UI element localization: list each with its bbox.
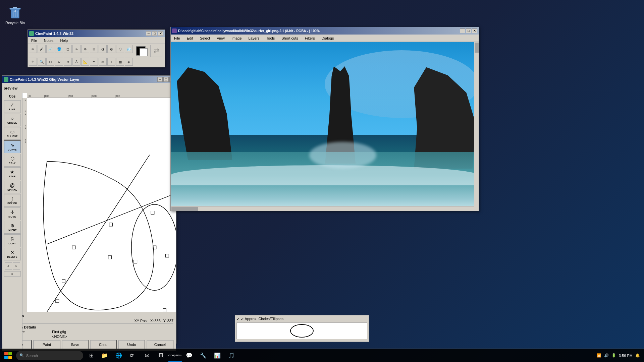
cancel-button[interactable]: Cancel: [147, 340, 173, 349]
rotate-tool[interactable]: ↻: [55, 58, 63, 66]
bucket-tool[interactable]: 🪣: [55, 45, 63, 53]
paint-button[interactable]: Paint: [33, 340, 60, 349]
image-close-btn[interactable]: ✕: [472, 28, 477, 33]
img-dialogs-menu[interactable]: Dialogs: [320, 36, 336, 41]
blend-tool[interactable]: ▦: [116, 58, 124, 66]
eyedropper-tool[interactable]: 💉: [46, 45, 54, 53]
rect-select-tool[interactable]: ▭: [99, 58, 107, 66]
op-circle[interactable]: ○ CIRCLE: [4, 114, 21, 126]
taskbar-extra-2[interactable]: 🔧: [197, 350, 210, 362]
flip-tool[interactable]: ⇔: [64, 58, 72, 66]
op-star[interactable]: ★ STAR: [4, 167, 21, 180]
taskbar-network-icon[interactable]: 📶: [597, 353, 601, 358]
maximize-button[interactable]: □: [152, 31, 157, 36]
op-impnt[interactable]: ⊕ IM PNT: [4, 221, 21, 234]
image-scrollbar-h-thumb[interactable]: [171, 207, 198, 211]
background-color-swatch[interactable]: [140, 48, 148, 56]
control-point-2[interactable]: [56, 299, 59, 303]
smudge-tool[interactable]: ∿: [72, 45, 80, 53]
img-edit-menu[interactable]: Edit: [185, 36, 195, 41]
op-ellipse[interactable]: ⬭ ELLIPSE: [4, 127, 21, 140]
measure-tool[interactable]: 📐: [81, 58, 89, 66]
recycle-bin[interactable]: ♻ Recycle Bin: [3, 3, 27, 25]
taskbar-search[interactable]: 🔍 Search: [16, 351, 83, 360]
pencil-tool[interactable]: ✏: [29, 45, 37, 53]
magnify-tool[interactable]: 🔍: [38, 58, 46, 66]
taskbar-extra-4[interactable]: 🎵: [225, 350, 238, 362]
taskbar-store[interactable]: 🛍: [126, 350, 140, 362]
op-line[interactable]: ∕ LINE: [4, 100, 21, 113]
img-select-menu[interactable]: Select: [198, 36, 212, 41]
taskbar-volume-icon[interactable]: 🔊: [604, 353, 609, 358]
taskbar-mail[interactable]: ✉: [140, 350, 154, 362]
control-point-3[interactable]: [108, 256, 112, 259]
taskbar-time[interactable]: 3:56 PM: [619, 354, 633, 358]
minimize-button[interactable]: ─: [146, 31, 151, 36]
img-tools-menu[interactable]: Tools: [264, 36, 277, 41]
heal-tool[interactable]: ⊕: [81, 45, 89, 53]
text-tool[interactable]: A: [72, 58, 80, 66]
img-file-menu[interactable]: File: [172, 36, 182, 41]
crop-tool[interactable]: ⊡: [46, 58, 54, 66]
op-curve[interactable]: ∿ CURVE: [4, 140, 21, 153]
save-button[interactable]: Save: [62, 340, 89, 349]
img-image-menu[interactable]: Image: [229, 36, 244, 41]
burn-tool[interactable]: ◐: [107, 45, 115, 53]
svg-rect-11: [8, 352, 12, 355]
image-minimize-btn[interactable]: ─: [460, 28, 465, 33]
brush-tool[interactable]: 🖌: [38, 45, 46, 53]
op-poly[interactable]: ⬡ POLY: [4, 154, 21, 167]
control-point-5[interactable]: [72, 246, 75, 249]
taskbar-extra-1[interactable]: 💬: [182, 350, 196, 362]
help-menu[interactable]: Help: [58, 38, 70, 43]
taskbar-notification-icon[interactable]: 🔔: [635, 353, 640, 358]
taskbar-extra-3[interactable]: 📊: [211, 350, 224, 362]
file-menu[interactable]: File: [29, 38, 39, 43]
image-scrollbar-thumb[interactable]: [475, 43, 479, 53]
image-scrollbar-h[interactable]: [171, 206, 474, 211]
select-fuzzy-tool[interactable]: ⬡: [116, 45, 124, 53]
img-filters-menu[interactable]: Filters: [303, 36, 317, 41]
taskbar-battery-icon[interactable]: 🔋: [611, 353, 616, 358]
control-point-1[interactable]: [62, 280, 65, 283]
img-layers-menu[interactable]: Layers: [247, 36, 262, 41]
op-delete[interactable]: ✕ DELETE: [4, 248, 21, 260]
image-maximize-btn[interactable]: □: [466, 28, 471, 33]
image-scrollbar-v[interactable]: [474, 42, 479, 211]
op-copy[interactable]: ⎘ COPY: [4, 234, 21, 247]
vector-minimize-btn[interactable]: ─: [157, 77, 163, 82]
control-point-11[interactable]: [165, 254, 169, 257]
move-tool[interactable]: ✛: [29, 58, 37, 66]
control-point-4[interactable]: [134, 260, 137, 263]
dodge-tool[interactable]: ◑: [99, 45, 107, 53]
path-tool[interactable]: ✒: [90, 58, 98, 66]
taskbar-file-explorer[interactable]: 📁: [98, 350, 111, 362]
eraser-tool[interactable]: ◻: [64, 45, 72, 53]
task-view-btn[interactable]: ⊞: [85, 350, 98, 362]
clear-button[interactable]: Clear: [90, 340, 117, 349]
ellipse-select-tool[interactable]: ○: [107, 58, 115, 66]
notes-menu[interactable]: Notes: [42, 38, 56, 43]
start-button[interactable]: [1, 350, 15, 362]
vector-maximize-btn[interactable]: □: [163, 77, 169, 82]
nav-prev-btn[interactable]: <: [5, 262, 12, 270]
control-point-6[interactable]: [109, 223, 113, 226]
sharpen-tool[interactable]: ◈: [125, 58, 133, 66]
undo-button[interactable]: Undo: [118, 340, 145, 349]
swap-colors-btn[interactable]: ⇄: [150, 45, 162, 57]
op-move[interactable]: ✛ MOVE: [4, 207, 21, 220]
close-button[interactable]: ✕: [158, 31, 163, 36]
nav-eq-btn[interactable]: =: [4, 271, 21, 277]
taskbar-photos[interactable]: 🖼: [154, 350, 168, 362]
op-spiral[interactable]: @ SPIRAL: [4, 181, 21, 193]
img-view-menu[interactable]: View: [215, 36, 227, 41]
control-point-10[interactable]: [151, 211, 154, 215]
img-shortcuts-menu[interactable]: Short cuts: [279, 36, 300, 41]
control-point-7[interactable]: [163, 309, 166, 312]
nav-next-btn[interactable]: >: [13, 262, 20, 270]
taskbar-edge[interactable]: 🌐: [112, 350, 125, 362]
op-bezier[interactable]: ∫ BEZIER: [4, 194, 21, 207]
airbrush-tool[interactable]: 💨: [125, 45, 133, 53]
taskbar-cinepaint[interactable]: cinepaint-1...: [168, 350, 182, 362]
clone-tool[interactable]: ⊞: [90, 45, 98, 53]
